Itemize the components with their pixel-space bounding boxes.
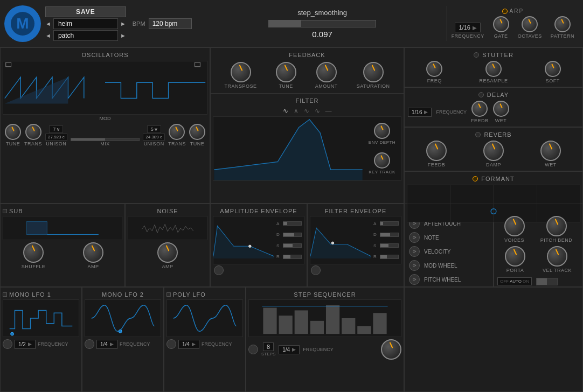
arp-power-button[interactable]: [502, 9, 508, 14]
save-button[interactable]: SAVE: [45, 6, 126, 17]
logo[interactable]: M: [4, 5, 41, 42]
delay-freq-display[interactable]: 1/16 ▶: [408, 108, 432, 117]
sub-amp-knob[interactable]: [83, 242, 103, 263]
filter-env-r-slider[interactable]: [380, 255, 399, 259]
step-seq-icon[interactable]: [248, 345, 258, 354]
amp-env-d-slider[interactable]: [283, 233, 302, 237]
filter-env-a-label: A: [373, 221, 379, 226]
delay-power-button[interactable]: [478, 92, 484, 97]
reverb-wet-knob[interactable]: [540, 141, 561, 161]
filter-env-d-label: D: [373, 232, 379, 237]
filter-env-bottom: [310, 264, 401, 276]
parent-next-arrow[interactable]: ►: [120, 20, 126, 27]
arp-pattern-knob[interactable]: [554, 16, 571, 32]
filter-type-lowpass[interactable]: ∿: [283, 107, 288, 115]
arp-gate-knob[interactable]: [493, 16, 509, 32]
poly-lfo-waveform[interactable]: [166, 299, 243, 337]
poly-lfo-freq-display[interactable]: 1/4 ▶: [178, 340, 199, 349]
feedback-amount-knob[interactable]: [316, 62, 337, 82]
reverb-feedb-knob[interactable]: [426, 141, 447, 161]
poly-lfo-icon[interactable]: [166, 339, 176, 349]
osc-trans-knob[interactable]: [25, 124, 41, 140]
patch-next-arrow[interactable]: ►: [120, 32, 126, 39]
sub-power-button[interactable]: [3, 209, 7, 213]
articulation-pitchbend-knob[interactable]: [546, 216, 567, 236]
stutter-freq-knob[interactable]: [426, 61, 442, 77]
mono-lfo2-icon[interactable]: [85, 339, 94, 349]
step-smoothing-title: step_smoothing: [297, 9, 347, 17]
filter-type-bandpass[interactable]: ∧: [294, 107, 299, 115]
oscillator-waveform-display[interactable]: [3, 61, 207, 115]
delay-wet-knob[interactable]: [493, 101, 509, 117]
amp-env-a-fill: [283, 222, 287, 225]
kbd-velocity-icon[interactable]: ⟳: [409, 246, 420, 257]
mono-lfo1-header: MONO LFO 1: [3, 290, 79, 299]
amp-env-icon[interactable]: [214, 265, 224, 275]
reverb-power-button[interactable]: [475, 132, 481, 137]
filter-type-notch[interactable]: ∿: [315, 107, 320, 115]
filter-env-s-slider[interactable]: [380, 243, 399, 248]
mono-lfo1-controls: 1/2 ▶ FREQUENCY: [3, 339, 79, 349]
noise-waveform[interactable]: [128, 216, 207, 240]
formant-power-button[interactable]: [473, 176, 478, 181]
reverb-feedb-label: FEEDB: [428, 162, 446, 167]
kbd-pitchwheel-label: PITCH WHEEL: [424, 277, 461, 283]
patch-prev-arrow[interactable]: ◄: [45, 32, 51, 39]
arp-octaves-knob[interactable]: [522, 16, 538, 32]
filter-display: ENV DEPTH KEY TRACK: [213, 116, 401, 181]
filter-env-a-slider[interactable]: [380, 221, 399, 226]
step-seq-controls: 8 STEPS 1/4 ▶ FREQUENCY: [248, 339, 401, 360]
step-seq-freq-display[interactable]: 1/4 ▶: [279, 345, 300, 354]
bottom-right-panel: [404, 287, 583, 392]
osc-tune2-knob[interactable]: [189, 124, 205, 140]
parent-prev-arrow[interactable]: ◄: [45, 20, 51, 27]
kbd-pitchwheel-icon[interactable]: ⟳: [409, 274, 420, 285]
porta-type-switch[interactable]: OFF AUTO ON: [497, 277, 532, 285]
kbd-modwheel-icon[interactable]: ⟳: [409, 260, 420, 271]
articulation-voices-knob[interactable]: [504, 216, 525, 236]
svg-marker-13: [310, 228, 371, 258]
sub-shuffle-knob[interactable]: [23, 242, 44, 263]
filter-type-all[interactable]: —: [325, 107, 332, 115]
step-sequencer-panel: STEP SEQUENCER: [246, 287, 404, 392]
step-seq-knob[interactable]: [381, 339, 401, 360]
filter-key-track-knob[interactable]: [374, 152, 390, 169]
delay-feedb-knob[interactable]: [471, 101, 488, 117]
legato-switch[interactable]: [536, 278, 558, 285]
reverb-damp-knob[interactable]: [483, 141, 504, 161]
feedback-transpose-knob[interactable]: [231, 62, 251, 82]
stutter-power-button[interactable]: [474, 52, 479, 58]
mono-lfo2-waveform[interactable]: [85, 299, 161, 337]
noise-amp-knob[interactable]: [157, 242, 178, 263]
filter-env-d-slider[interactable]: [380, 233, 399, 237]
bpm-input[interactable]: [149, 18, 192, 29]
feedback-tune-knob[interactable]: [276, 62, 296, 82]
mono-lfo1-waveform[interactable]: [3, 299, 79, 337]
mono-lfo1-icon[interactable]: [3, 339, 12, 349]
stutter-soft-knob[interactable]: [545, 61, 561, 77]
osc-tune-knob[interactable]: [5, 124, 21, 140]
osc-trans2-knob[interactable]: [169, 124, 185, 140]
filter-curve-area[interactable]: [213, 117, 363, 180]
stutter-resample-knob[interactable]: [485, 61, 502, 77]
filter-env-icon[interactable]: [311, 265, 321, 275]
amp-env-a-slider[interactable]: [283, 221, 302, 226]
step-sequencer-display[interactable]: [248, 299, 401, 337]
sub-waveform[interactable]: [3, 216, 122, 240]
mono-lfo1-checkbox[interactable]: [3, 292, 7, 297]
filter-env-depth-knob[interactable]: [374, 123, 390, 139]
amp-env-r-slider[interactable]: [283, 255, 302, 259]
filter-title: FILTER: [213, 96, 401, 106]
filter-envelope-curve[interactable]: [310, 216, 371, 264]
mono-lfo1-freq-display[interactable]: 1/2 ▶: [15, 340, 36, 349]
kbd-note-icon[interactable]: ⟳: [409, 232, 420, 243]
filter-type-highpass[interactable]: ∿: [304, 107, 309, 115]
amplitude-envelope-curve[interactable]: [213, 216, 274, 264]
step-smoothing-bar[interactable]: [268, 20, 376, 27]
amp-env-s-slider[interactable]: [283, 243, 302, 248]
feedback-saturation-knob[interactable]: [363, 62, 384, 82]
articulation-veltrack-knob[interactable]: [547, 246, 567, 267]
poly-lfo-checkbox[interactable]: [166, 292, 171, 297]
articulation-porta-knob[interactable]: [505, 246, 525, 267]
mono-lfo2-freq-display[interactable]: 1/4 ▶: [96, 340, 117, 349]
